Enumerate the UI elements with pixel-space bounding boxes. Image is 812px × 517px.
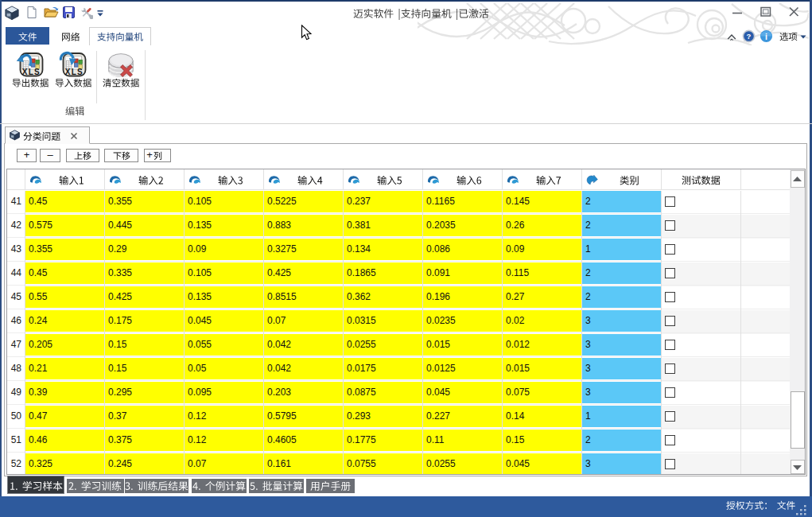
svg-text:XLS: XLS xyxy=(65,68,84,76)
svg-text:i: i xyxy=(765,32,767,41)
svg-text:?: ? xyxy=(747,32,752,41)
svg-text:XLS: XLS xyxy=(22,68,41,76)
